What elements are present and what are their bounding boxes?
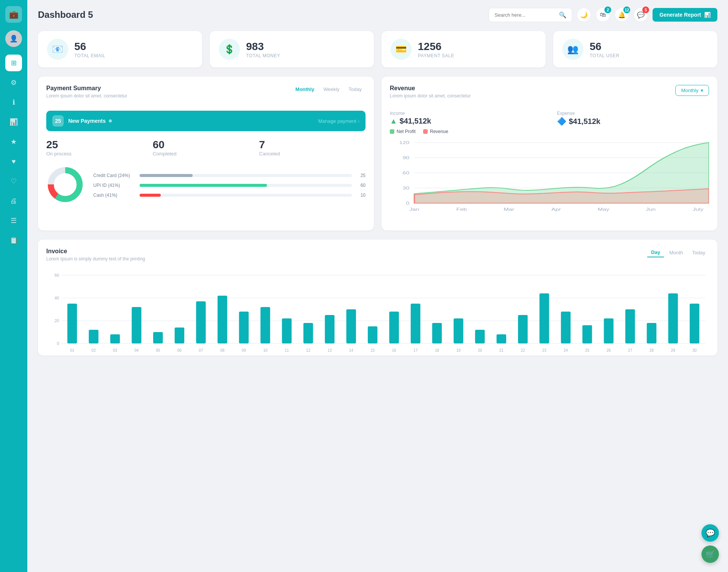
payment-count: 1256	[418, 40, 454, 53]
svg-rect-60	[411, 304, 420, 343]
payment-tabs: Monthly Weekly Today	[292, 85, 366, 94]
svg-rect-66	[475, 330, 485, 343]
svg-text:17: 17	[413, 348, 418, 353]
svg-text:13: 13	[328, 348, 332, 353]
tab-weekly[interactable]: Weekly	[320, 85, 343, 94]
donut-container: Credit Card (24%) 25 UPI ID (41%) 60	[46, 166, 366, 205]
heart-outline-icon: ♡	[11, 177, 17, 185]
chevron-down-icon: ▾	[701, 88, 703, 93]
invoice-title: Invoice	[46, 248, 145, 255]
revenue-monthly-tab[interactable]: Monthly ▾	[675, 85, 709, 96]
revenue-stats: Income ▲ $41,512k Expense 🔷 $41,512k	[390, 111, 709, 126]
manage-payment-link[interactable]: Manage payment ›	[318, 118, 359, 124]
revenue-stat-expense: Expense 🔷 $41,512k	[557, 111, 709, 126]
area-chart-svg: 120 90 60 30 0 Jan Feb Mar Apr May Jun	[390, 139, 709, 215]
svg-rect-76	[582, 325, 592, 343]
stat-info-email: 56 TOTAL EMAIL	[74, 40, 105, 58]
svg-text:12: 12	[306, 348, 311, 353]
invoice-bar-chart: 0204060010203040506070809101112131415161…	[46, 271, 709, 347]
stat-info-payment: 1256 PAYMENT SALE	[418, 40, 454, 58]
sidebar-item-settings[interactable]: ⚙	[5, 74, 22, 91]
generate-report-button[interactable]: Generate Report 📊	[653, 8, 717, 22]
svg-text:60: 60	[55, 273, 59, 277]
cart-fab[interactable]: 🛒	[701, 545, 719, 563]
notifications-shop-button[interactable]: 🛍 2	[596, 8, 610, 22]
sidebar-item-heart2[interactable]: ♡	[5, 173, 22, 190]
notifications-bell-button[interactable]: 🔔 12	[615, 8, 629, 22]
svg-rect-54	[346, 309, 356, 343]
svg-text:19: 19	[457, 348, 461, 353]
svg-text:27: 27	[628, 348, 632, 353]
user-avatar[interactable]: 👤	[5, 30, 22, 47]
search-input[interactable]	[494, 12, 556, 18]
sidebar-logo[interactable]: 💼	[5, 6, 22, 23]
chat-fab[interactable]: 💬	[701, 524, 719, 542]
tab-today[interactable]: Today	[345, 85, 366, 94]
moon-icon: 🌙	[580, 11, 588, 19]
revenue-title: Revenue	[390, 85, 471, 92]
payment-summary-title-group: Payment Summary Lorem ipsum dolor sit am…	[46, 85, 127, 105]
invoice-tab-day[interactable]: Day	[647, 248, 664, 257]
revenue-legend-label: Revenue	[430, 129, 448, 134]
credit-card-label: Credit Card (24%)	[93, 173, 135, 178]
svg-rect-78	[604, 318, 613, 343]
progress-upi: UPI ID (41%) 60	[93, 183, 366, 188]
avatar-icon: 👤	[9, 34, 18, 43]
svg-text:May: May	[598, 207, 609, 212]
stat-on-process: 25 On process	[46, 139, 153, 157]
sidebar-item-dashboard[interactable]: ⊞	[5, 55, 22, 71]
search-box[interactable]: 🔍	[489, 8, 572, 22]
stat-completed: 60 Completed	[153, 139, 259, 157]
money-label: TOTAL MONEY	[246, 53, 280, 58]
email-label: TOTAL EMAIL	[74, 53, 105, 58]
completed-number: 60	[153, 139, 259, 151]
sidebar-item-star[interactable]: ★	[5, 133, 22, 150]
payment-icon: 💳	[391, 39, 412, 60]
svg-rect-56	[368, 326, 377, 343]
invoice-tab-today[interactable]: Today	[688, 248, 709, 257]
sidebar-item-chart[interactable]: 📊	[5, 114, 22, 130]
svg-text:04: 04	[135, 348, 139, 353]
header: Dashboard 5 🔍 🌙 🛍 2 🔔 12 💬 5 Gen	[38, 8, 717, 22]
sidebar-item-heart1[interactable]: ♥	[5, 153, 22, 170]
sidebar-item-print[interactable]: 🖨	[5, 193, 22, 209]
svg-text:21: 21	[499, 348, 504, 353]
stat-info-user: 56 TOTAL USER	[590, 40, 620, 58]
svg-text:30: 30	[692, 348, 697, 353]
header-actions: 🔍 🌙 🛍 2 🔔 12 💬 5 Generate Report 📊	[489, 8, 717, 22]
invoice-subtitle: Lorem Ipsum is simply dummy text of the …	[46, 256, 145, 262]
svg-text:16: 16	[392, 348, 397, 353]
sidebar-item-list[interactable]: 📋	[5, 232, 22, 249]
legend-net-profit: Net Profit	[390, 129, 416, 134]
sidebar-item-menu[interactable]: ☰	[5, 212, 22, 229]
svg-text:02: 02	[91, 348, 96, 353]
svg-text:0: 0	[57, 341, 59, 346]
svg-text:14: 14	[349, 348, 354, 353]
invoice-card: Invoice Lorem Ipsum is simply dummy text…	[38, 240, 717, 356]
svg-text:29: 29	[671, 348, 676, 353]
income-label: Income	[390, 111, 542, 116]
expense-icon: 🔷	[557, 117, 566, 126]
legend-revenue: Revenue	[423, 129, 448, 134]
stat-card-user: 👥 56 TOTAL USER	[553, 31, 717, 67]
middle-row: Payment Summary Lorem ipsum dolor sit am…	[38, 77, 717, 230]
cash-value: 10	[356, 193, 366, 198]
tab-monthly[interactable]: Monthly	[292, 85, 318, 94]
sidebar-item-info[interactable]: ℹ	[5, 94, 22, 111]
print-icon: 🖨	[10, 197, 17, 205]
svg-rect-58	[389, 312, 399, 343]
settings-icon: ⚙	[11, 78, 17, 87]
invoice-tab-month[interactable]: Month	[665, 248, 687, 257]
payment-summary-title: Payment Summary	[46, 85, 127, 92]
credit-card-value: 25	[356, 173, 366, 178]
revenue-title-group: Revenue Lorem ipsum dolor sit amet, cons…	[390, 85, 471, 105]
chat-fab-icon: 💬	[706, 528, 715, 538]
message-badge: 5	[642, 6, 649, 13]
messages-button[interactable]: 💬 5	[634, 8, 648, 22]
theme-toggle-button[interactable]: 🌙	[577, 8, 591, 22]
invoice-header: Invoice Lorem Ipsum is simply dummy text…	[46, 248, 709, 268]
heart-icon: ♥	[12, 158, 16, 166]
chevron-right-icon: ›	[358, 118, 359, 124]
svg-text:24: 24	[564, 348, 568, 353]
svg-rect-84	[668, 293, 678, 343]
